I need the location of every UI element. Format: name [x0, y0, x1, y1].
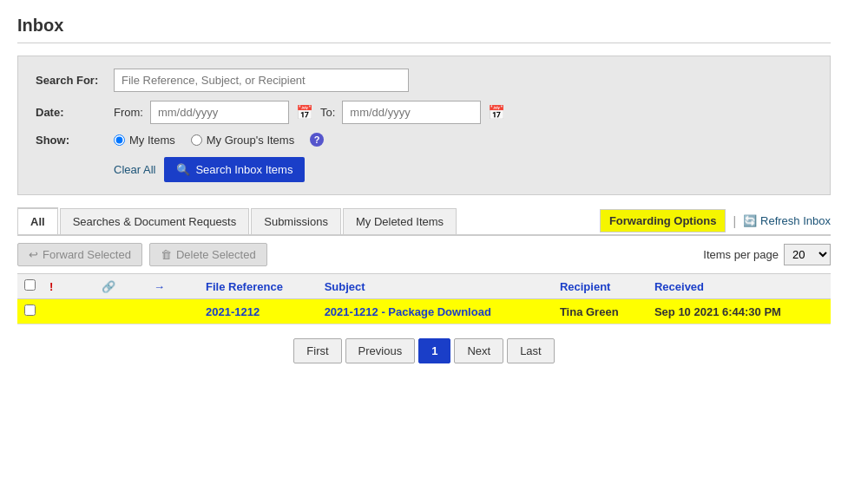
radio-my-group-label: My Group's Items: [207, 134, 294, 147]
pagination-current-button[interactable]: 1: [418, 338, 450, 363]
search-for-label: Search For:: [36, 74, 114, 87]
show-options: My Items My Group's Items ?: [114, 133, 324, 147]
pagination-previous-button[interactable]: Previous: [345, 338, 416, 363]
delete-selected-label: Delete Selected: [176, 248, 256, 261]
calendar-to-icon[interactable]: 📅: [488, 104, 505, 121]
search-for-row: Search For:: [36, 69, 812, 92]
items-per-page-group: Items per page 10 20 50 100: [703, 244, 831, 265]
td-subject[interactable]: 2021-1212 - Package Download: [318, 299, 553, 324]
search-for-input[interactable]: [114, 69, 409, 92]
help-icon[interactable]: ?: [310, 133, 324, 147]
actions-group: Clear All 🔍 Search Inbox Items: [114, 157, 305, 182]
td-priority: [43, 299, 95, 324]
date-group: From: 📅 To: 📅: [114, 101, 505, 124]
pagination-last-button[interactable]: Last: [507, 338, 555, 363]
date-label: Date:: [36, 106, 114, 119]
td-forward-indicator: [147, 299, 199, 324]
th-file-reference: File Reference: [199, 274, 318, 299]
refresh-inbox-label: Refresh Inbox: [760, 214, 831, 227]
search-inbox-label: Search Inbox Items: [195, 163, 293, 176]
page-container: Inbox Search For: Date: From: 📅 To: 📅 Sh…: [0, 0, 848, 504]
pagination-first-button[interactable]: First: [293, 338, 341, 363]
trash-icon: 🗑: [161, 248, 172, 261]
items-per-page-select[interactable]: 10 20 50 100: [784, 244, 831, 265]
row-checkbox[interactable]: [24, 304, 36, 316]
show-label: Show:: [36, 134, 114, 147]
radio-my-group-input[interactable]: [191, 134, 202, 146]
forwarding-options-button[interactable]: Forwarding Options: [600, 209, 726, 232]
td-checkbox: [17, 299, 43, 324]
th-recipient: Recipient: [553, 274, 648, 299]
table-row: 2021-1212 2021-1212 - Package Download T…: [17, 299, 831, 324]
th-received: Received: [648, 274, 831, 299]
th-priority: !: [43, 274, 95, 299]
radio-my-items-input[interactable]: [114, 134, 125, 146]
pagination-next-button[interactable]: Next: [454, 338, 503, 363]
items-per-page-label: Items per page: [703, 248, 779, 261]
refresh-inbox-link[interactable]: 🔄 Refresh Inbox: [743, 214, 831, 227]
priority-icon: !: [49, 280, 53, 293]
to-label: To:: [320, 106, 335, 119]
date-from-input[interactable]: [150, 101, 289, 124]
date-to-input[interactable]: [342, 101, 481, 124]
radio-my-group[interactable]: My Group's Items: [191, 134, 294, 147]
calendar-from-icon[interactable]: 📅: [296, 104, 313, 121]
delete-selected-button[interactable]: 🗑 Delete Selected: [149, 243, 267, 266]
forward-icon: ↩: [29, 248, 38, 261]
td-received: Sep 10 2021 6:44:30 PM: [648, 299, 831, 324]
from-label: From:: [114, 106, 143, 119]
pipe-divider: |: [733, 214, 736, 228]
tabs-right: Forwarding Options | 🔄 Refresh Inbox: [600, 209, 831, 232]
tab-deleted[interactable]: My Deleted Items: [343, 208, 457, 234]
forward-selected-label: Forward Selected: [43, 248, 131, 261]
page-title: Inbox: [17, 9, 831, 43]
date-row: Date: From: 📅 To: 📅: [36, 101, 812, 124]
table-header-row: ! 🔗 → File Reference Subject Recipient: [17, 274, 831, 299]
search-panel: Search For: Date: From: 📅 To: 📅 Show: My…: [17, 56, 831, 195]
search-icon: 🔍: [176, 163, 190, 176]
forward-selected-button[interactable]: ↩ Forward Selected: [17, 243, 142, 266]
tab-submissions[interactable]: Submissions: [251, 208, 341, 234]
search-inbox-button[interactable]: 🔍 Search Inbox Items: [164, 157, 305, 182]
attachment-icon: 🔗: [102, 280, 115, 293]
clear-all-link[interactable]: Clear All: [114, 163, 155, 176]
tab-all[interactable]: All: [17, 207, 58, 234]
search-actions-row: Clear All 🔍 Search Inbox Items: [36, 155, 812, 182]
radio-my-items[interactable]: My Items: [114, 134, 175, 147]
tab-searches[interactable]: Searches & Document Requests: [60, 208, 250, 234]
forward-col-icon: →: [154, 280, 165, 293]
tabs-bar: All Searches & Document Requests Submiss…: [17, 207, 831, 236]
pagination: First Previous 1 Next Last: [17, 338, 831, 363]
td-recipient: Tina Green: [553, 299, 648, 324]
select-all-checkbox[interactable]: [24, 279, 36, 291]
radio-my-items-label: My Items: [129, 134, 175, 147]
td-file-reference[interactable]: 2021-1212: [199, 299, 318, 324]
show-row: Show: My Items My Group's Items ?: [36, 133, 812, 147]
th-attachment: 🔗: [95, 274, 147, 299]
table-toolbar: ↩ Forward Selected 🗑 Delete Selected Ite…: [17, 243, 831, 266]
th-checkbox: [17, 274, 43, 299]
th-subject: Subject: [318, 274, 553, 299]
refresh-icon: 🔄: [743, 214, 757, 227]
td-attachment: [95, 299, 147, 324]
th-forward: →: [147, 274, 199, 299]
inbox-table: ! 🔗 → File Reference Subject Recipient: [17, 273, 831, 324]
